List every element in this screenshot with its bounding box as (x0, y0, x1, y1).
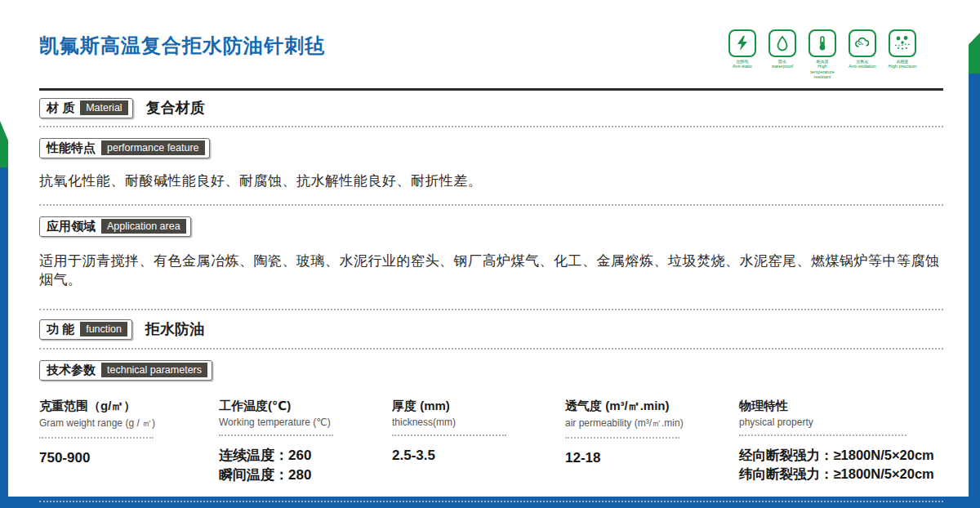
section-application: 应用领域 Application area 适用于沥青搅拌、有色金属冶炼、陶瓷、… (39, 216, 943, 289)
param-header-en: physical property (739, 417, 943, 428)
feature-label-en: performance feature (101, 140, 205, 155)
dotted-underline (392, 434, 506, 436)
dotted-underline (219, 434, 333, 436)
application-text: 适用于沥青搅拌、有色金属冶炼、陶瓷、玻璃、水泥行业的窑头、钢厂高炉煤气、化工、金… (39, 252, 943, 289)
param-physical-property: 物理特性 physical property 经向断裂强力：≥1800N/5×2… (739, 399, 943, 485)
cloud-o2-icon: O₂ (849, 29, 876, 57)
right-green-wedge (969, 33, 980, 75)
param-header-en: Gram weight range (g / ㎡) (39, 417, 219, 430)
function-value: 拒水防油 (145, 319, 204, 339)
param-header-zh: 透气度 (m³/㎡.min) (565, 399, 739, 414)
cert-high-precision: 高精度 High precision (886, 29, 919, 80)
function-label-zh: 功 能 (47, 322, 74, 337)
precision-dots-icon (889, 29, 916, 57)
param-header-zh: 工作温度(℃) (219, 399, 392, 414)
application-label-box: 应用领域 Application area (39, 216, 191, 237)
param-value: 750-900 (39, 448, 219, 468)
dotted-divider (39, 126, 943, 127)
param-value: 瞬间温度：280 (219, 466, 392, 485)
cert-label-en: Anti-static (733, 64, 752, 69)
svg-text:O₂: O₂ (858, 41, 864, 46)
section-tech: 技术参数 technical parameters (39, 360, 943, 381)
left-blue-band (0, 167, 8, 508)
feature-label-box: 性能特点 performance feature (39, 138, 210, 158)
certification-badges: 抗静电 Anti-static 防水 waterproof (726, 29, 919, 80)
cert-label-en: Anti-oxidation (849, 64, 875, 69)
feature-label-zh: 性能特点 (47, 140, 96, 156)
function-label-box: 功 能 function (39, 319, 132, 340)
material-label-box: 材 质 Material (39, 98, 133, 118)
param-value: 2.5-3.5 (392, 446, 565, 466)
param-value: 经向断裂强力：≥1800N/5×20cm (739, 446, 943, 465)
param-header-zh: 克重范围（g/㎡） (39, 399, 219, 414)
tech-label-en: technical parameters (101, 363, 207, 377)
parameters-table: 克重范围（g/㎡） Gram weight range (g / ㎡) 750-… (39, 399, 943, 485)
param-working-temperature: 工作温度(℃) Working temperature (℃) 连续温度：260… (219, 399, 392, 485)
param-header-en: thickness(mm) (392, 417, 565, 428)
tech-label-box: 技术参数 technical parameters (39, 360, 212, 381)
dotted-underline (565, 437, 679, 439)
section-function: 功 能 function 拒水防油 (39, 319, 943, 340)
cert-anti-static: 抗静电 Anti-static (726, 29, 759, 80)
cert-label-en: waterproof (772, 64, 793, 69)
material-label-zh: 材 质 (47, 100, 74, 116)
cert-anti-oxidation: O₂ 抗氧化 Anti-oxidation (846, 29, 879, 80)
right-blue-band (969, 74, 980, 508)
cert-waterproof: 防水 waterproof (766, 29, 799, 80)
application-label-zh: 应用领域 (47, 219, 96, 234)
param-value: 连续温度：260 (219, 446, 392, 466)
application-label-en: Application area (101, 219, 186, 234)
waterdrop-icon (768, 29, 796, 57)
cert-label-en: High precision (889, 64, 917, 69)
feature-text: 抗氧化性能、耐酸碱性能良好、耐腐蚀、抗水解性能良好、耐折性差。 (39, 172, 943, 190)
material-label-en: Material (80, 100, 127, 115)
cert-high-temperature: 耐高温 High temperature resistant (806, 29, 839, 80)
param-header-zh: 物理特性 (739, 399, 943, 414)
dotted-divider (39, 501, 943, 502)
page-title: 凯氟斯高温复合拒水防油针刺毡 (39, 33, 325, 59)
function-label-en: function (80, 322, 127, 336)
param-header-en: air permeability (m³/㎡.min) (565, 417, 739, 430)
datasheet-page: 凯氟斯高温复合拒水防油针刺毡 抗静电 Anti-static 防水 waterp… (0, 0, 980, 508)
param-header-zh: 厚度 (mm) (392, 399, 565, 414)
left-green-wedge (0, 121, 8, 170)
param-thickness: 厚度 (mm) thickness(mm) 2.5-3.5 (392, 399, 565, 485)
thermometer-icon (808, 29, 836, 57)
header-rule (39, 88, 943, 91)
section-material: 材 质 Material 复合材质 (39, 98, 943, 118)
dotted-underline (39, 437, 154, 439)
cert-label-en: High temperature resistant (806, 64, 839, 80)
tech-label-zh: 技术参数 (47, 363, 96, 378)
header: 凯氟斯高温复合拒水防油针刺毡 抗静电 Anti-static 防水 waterp… (39, 33, 943, 80)
param-air-permeability: 透气度 (m³/㎡.min) air permeability (m³/㎡.mi… (565, 399, 739, 485)
dotted-underline (739, 434, 906, 436)
dotted-divider (39, 348, 943, 350)
param-value: 12-18 (565, 448, 739, 468)
dotted-divider (39, 204, 943, 206)
param-gram-weight: 克重范围（g/㎡） Gram weight range (g / ㎡) 750-… (39, 399, 219, 485)
material-value: 复合材质 (146, 98, 205, 118)
param-value: 纬向断裂强力：≥1800N/5×20cm (739, 465, 943, 483)
param-header-en: Working temperature (℃) (219, 417, 392, 428)
section-feature: 性能特点 performance feature 抗氧化性能、耐酸碱性能良好、耐… (39, 138, 943, 190)
dotted-divider (39, 309, 943, 310)
lightning-icon (728, 29, 756, 57)
